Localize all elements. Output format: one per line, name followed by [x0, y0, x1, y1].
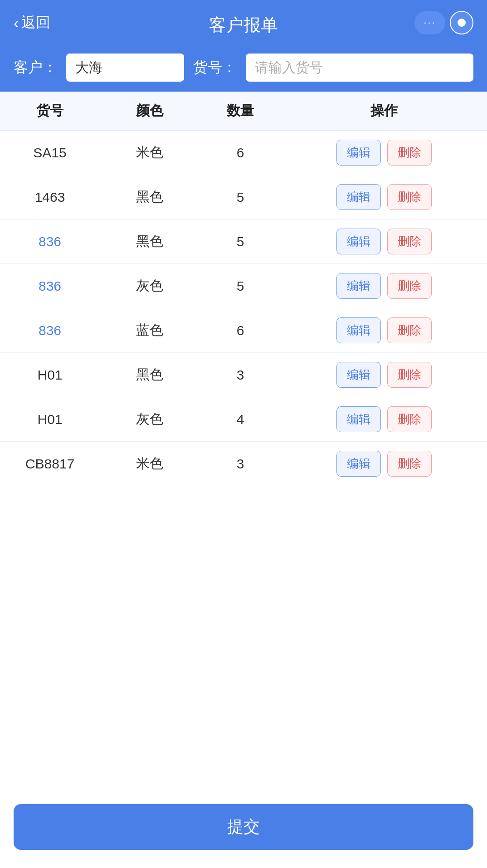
submit-button[interactable]: 提交: [14, 804, 473, 850]
header-action-icons: ···: [414, 11, 473, 34]
col-header-qty: 数量: [200, 92, 281, 130]
delete-button[interactable]: 删除: [387, 184, 432, 210]
col-header-action: 操作: [281, 92, 487, 130]
back-button[interactable]: ‹ 返回: [14, 13, 50, 33]
back-label: 返回: [21, 13, 50, 33]
cell-action: 编辑删除: [281, 442, 487, 486]
cell-qty: 5: [200, 178, 281, 217]
cell-item-no[interactable]: 836: [0, 311, 100, 350]
delete-button[interactable]: 删除: [387, 229, 432, 254]
edit-button[interactable]: 编辑: [336, 451, 381, 477]
table-body: SA15米色6编辑删除1463黑色5编辑删除836黑色5编辑删除836灰色5编辑…: [0, 131, 487, 486]
more-dots-icon: ···: [424, 17, 436, 29]
cell-qty: 3: [200, 356, 281, 395]
table-row: SA15米色6编辑删除: [0, 131, 487, 175]
cell-color: 黑色: [100, 354, 200, 396]
cell-item-no: H01: [0, 356, 100, 395]
cell-color: 蓝色: [100, 309, 200, 351]
col-header-color: 颜色: [100, 92, 200, 130]
delete-button[interactable]: 删除: [387, 140, 432, 166]
app-header: ‹ 返回 客户报单 ···: [0, 0, 487, 45]
edit-button[interactable]: 编辑: [336, 229, 381, 254]
table-header-row: 货号 颜色 数量 操作: [0, 92, 487, 131]
table-row: 1463黑色5编辑删除: [0, 175, 487, 219]
cell-color: 米色: [100, 132, 200, 174]
customer-label: 客户：: [14, 58, 57, 78]
edit-button[interactable]: 编辑: [336, 184, 381, 210]
cell-action: 编辑删除: [281, 264, 487, 308]
table-row: 836黑色5编辑删除: [0, 219, 487, 264]
cell-color: 米色: [100, 443, 200, 485]
cell-action: 编辑删除: [281, 131, 487, 175]
search-bar: 客户： 货号：: [0, 45, 487, 92]
items-table: 货号 颜色 数量 操作 SA15米色6编辑删除1463黑色5编辑删除836黑色5…: [0, 92, 487, 486]
table-row: CB8817米色3编辑删除: [0, 442, 487, 486]
edit-button[interactable]: 编辑: [336, 140, 381, 166]
cell-qty: 4: [200, 400, 281, 439]
camera-icon: [458, 19, 466, 27]
edit-button[interactable]: 编辑: [336, 273, 381, 299]
back-chevron-icon: ‹: [14, 14, 19, 32]
cell-item-no: 1463: [0, 178, 100, 217]
edit-button[interactable]: 编辑: [336, 406, 381, 432]
item-no-label: 货号：: [193, 58, 237, 78]
cell-action: 编辑删除: [281, 219, 487, 263]
cell-item-no[interactable]: 836: [0, 222, 100, 261]
cell-color: 黑色: [100, 176, 200, 218]
table-row: H01黑色3编辑删除: [0, 353, 487, 397]
cell-qty: 5: [200, 267, 281, 306]
cell-item-no[interactable]: 836: [0, 267, 100, 306]
delete-button[interactable]: 删除: [387, 273, 432, 299]
delete-button[interactable]: 删除: [387, 362, 432, 388]
cell-action: 编辑删除: [281, 175, 487, 219]
cell-item-no: SA15: [0, 133, 100, 172]
cell-item-no: H01: [0, 400, 100, 439]
delete-button[interactable]: 删除: [387, 406, 432, 432]
table-row: 836蓝色6编辑删除: [0, 308, 487, 353]
cell-qty: 6: [200, 311, 281, 350]
cell-action: 编辑删除: [281, 353, 487, 397]
camera-button[interactable]: [450, 11, 473, 34]
col-header-item-no: 货号: [0, 92, 100, 130]
cell-color: 灰色: [100, 398, 200, 440]
cell-action: 编辑删除: [281, 308, 487, 352]
cell-color: 灰色: [100, 265, 200, 307]
cell-color: 黑色: [100, 220, 200, 263]
table-row: H01灰色4编辑删除: [0, 397, 487, 442]
item-no-input[interactable]: [246, 54, 473, 82]
edit-button[interactable]: 编辑: [336, 317, 381, 343]
more-options-button[interactable]: ···: [414, 11, 445, 34]
cell-qty: 3: [200, 444, 281, 483]
cell-qty: 5: [200, 222, 281, 261]
cell-qty: 6: [200, 133, 281, 172]
submit-bar: 提交: [0, 795, 487, 868]
edit-button[interactable]: 编辑: [336, 362, 381, 388]
cell-action: 编辑删除: [281, 397, 487, 441]
cell-item-no: CB8817: [0, 444, 100, 483]
delete-button[interactable]: 删除: [387, 317, 432, 343]
table-row: 836灰色5编辑删除: [0, 264, 487, 308]
customer-input[interactable]: [66, 54, 184, 82]
page-title: 客户报单: [209, 14, 278, 37]
delete-button[interactable]: 删除: [387, 451, 432, 477]
